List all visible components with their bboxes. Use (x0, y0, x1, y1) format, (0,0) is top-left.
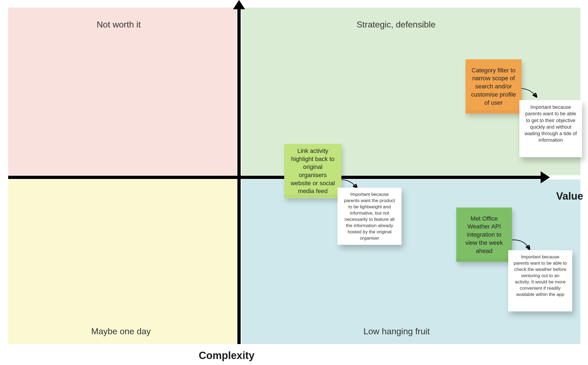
sticky-link-activity[interactable]: Link activity highlight back to original… (284, 144, 341, 198)
note-category-filter: Important because parents want to be abl… (519, 100, 582, 157)
y-axis (237, 8, 241, 344)
sticky-text: Category filter to narrow scope of searc… (470, 66, 517, 107)
quadrant-label-bottom-right: Low hanging fruit (363, 326, 430, 336)
quadrant-bottom-left (8, 180, 237, 344)
quadrant-top-left (8, 8, 237, 175)
x-axis-arrow (541, 171, 550, 183)
x-axis (8, 176, 542, 179)
sticky-text: Link activity highlight back to original… (289, 147, 336, 195)
note-met-office: Important because parents want to be abl… (508, 250, 572, 311)
quadrant-label-top-right: Strategic, defensible (357, 20, 436, 30)
quadrant-label-bottom-left: Maybe one day (91, 326, 151, 336)
y-axis-arrow (233, 0, 245, 9)
y-axis-label: Complexity (199, 350, 255, 361)
complexity-value-matrix: Not worth it Strategic, defensible Maybe… (0, 0, 588, 365)
note-text: Important because parents want the produ… (344, 192, 395, 241)
sticky-met-office[interactable]: Met Office Weather API integration to vi… (456, 208, 512, 262)
x-axis-label: Value (556, 190, 583, 202)
sticky-category-filter[interactable]: Category filter to narrow scope of searc… (465, 59, 522, 114)
quadrant-label-top-left: Not worth it (97, 20, 141, 30)
note-text: Important because parents want to be abl… (514, 254, 567, 297)
note-link-activity: Important because parents want the produ… (338, 188, 402, 245)
sticky-text: Met Office Weather API integration to vi… (461, 215, 507, 255)
note-text: Important because parents want to be abl… (525, 104, 577, 143)
